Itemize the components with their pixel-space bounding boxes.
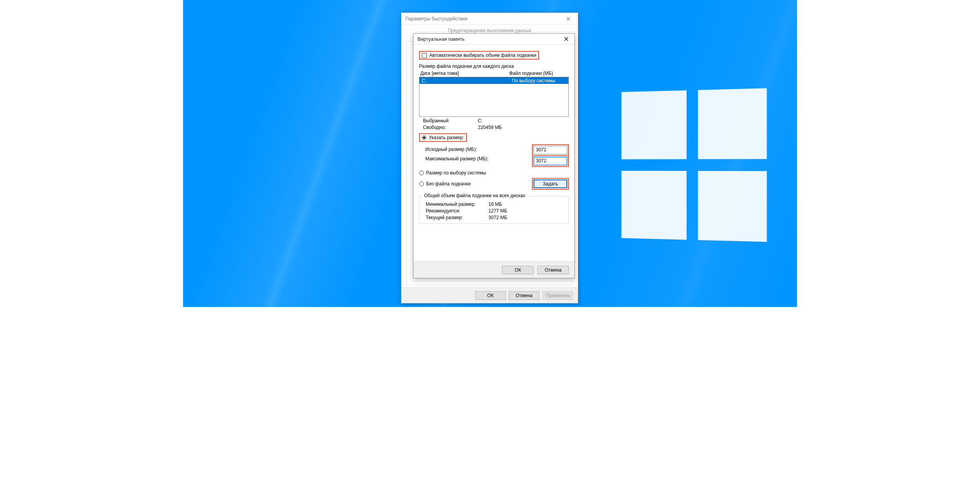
radio-system-managed-label: Размер по выбору системы (426, 170, 486, 176)
vm-titlebar: Виртуальная память (414, 34, 574, 45)
drive-letter: C: (422, 78, 512, 83)
size-inputs-area: Исходный размер (МБ): Максимальный разме… (419, 144, 569, 167)
radio-custom-size[interactable] (422, 135, 426, 140)
drive-paging-status: По выбору системы (512, 78, 555, 83)
vm-ok-button[interactable]: ОК (502, 266, 534, 274)
radio-custom-size-label: Указать размер: (429, 135, 464, 140)
parent-cancel-button[interactable]: Отмена (509, 291, 539, 300)
auto-manage-label: Автоматически выбирать объем файла подка… (429, 53, 536, 58)
auto-manage-checkbox[interactable] (422, 53, 427, 58)
min-size-label: Минимальный размер: (426, 201, 488, 207)
current-size-value: 3072 МБ (488, 215, 507, 220)
windows-logo (621, 88, 767, 242)
totals-group: Общий объем файла подкачки на всех диска… (419, 196, 569, 224)
close-icon[interactable] (560, 35, 572, 44)
auto-manage-highlight: Автоматически выбирать объем файла подка… (419, 51, 539, 60)
set-button[interactable]: Задать (534, 180, 567, 188)
selected-drive-label: Выбранный (423, 118, 478, 123)
parent-footer: ОК Отмена Применить (401, 287, 578, 303)
vm-title-text: Виртуальная память (417, 36, 465, 42)
parent-tab-label: Предотвращение выполнения данных (448, 28, 531, 33)
parent-title-text: Параметры быстродействия (405, 16, 468, 22)
col-paging-label: Файл подкачки (МБ) (509, 71, 553, 76)
close-icon[interactable] (562, 14, 575, 24)
initial-size-label: Исходный размер (МБ): (425, 147, 492, 152)
drive-list-headers: Диск [метка тома] Файл подкачки (МБ) (419, 71, 569, 76)
virtual-memory-dialog: Виртуальная память Автоматически выбират… (413, 33, 575, 278)
totals-legend: Общий объем файла подкачки на всех диска… (423, 193, 527, 198)
free-space-label: Свободно: (423, 125, 478, 130)
current-size-label: Текущий размер: (426, 215, 488, 220)
maximum-size-label: Максимальный размер (МБ): (425, 156, 492, 162)
per-drive-section-label: Размер файла подкачки для каждого диска (419, 64, 569, 69)
min-size-value: 16 МБ (488, 201, 502, 207)
selected-drive-value: C: (478, 118, 483, 123)
col-drive-label: Диск [метка тома] (419, 71, 509, 76)
parent-tab[interactable]: Предотвращение выполнения данных (401, 25, 578, 33)
drive-row-selected[interactable]: C: По выбору системы (419, 77, 568, 84)
radio-no-paging-file-label: Без файла подкачки (426, 181, 470, 187)
vm-body: Автоматически выбирать объем файла подка… (414, 45, 574, 228)
vm-cancel-button[interactable]: Отмена (537, 266, 569, 274)
recommended-label: Рекомендуется: (426, 208, 488, 214)
size-inputs-highlight: 3072 3072 (532, 144, 569, 167)
radio-system-managed[interactable] (419, 171, 424, 175)
recommended-value: 1277 МБ (488, 208, 507, 214)
parent-ok-button[interactable]: ОК (475, 291, 506, 300)
free-space-value: 220459 МБ (478, 125, 502, 130)
page-root: Параметры быстродействия Предотвращение … (183, 0, 797, 307)
initial-size-input[interactable]: 3072 (534, 146, 567, 154)
parent-apply-button: Применить (543, 291, 573, 300)
custom-size-highlight: Указать размер: (419, 133, 467, 142)
radio-no-paging-file[interactable] (419, 181, 424, 186)
set-button-highlight: Задать (532, 178, 569, 190)
maximum-size-input[interactable]: 3072 (534, 157, 567, 165)
drive-list[interactable]: C: По выбору системы (419, 77, 569, 117)
vm-footer: ОК Отмена (414, 261, 574, 278)
parent-titlebar: Параметры быстродействия (401, 13, 578, 25)
